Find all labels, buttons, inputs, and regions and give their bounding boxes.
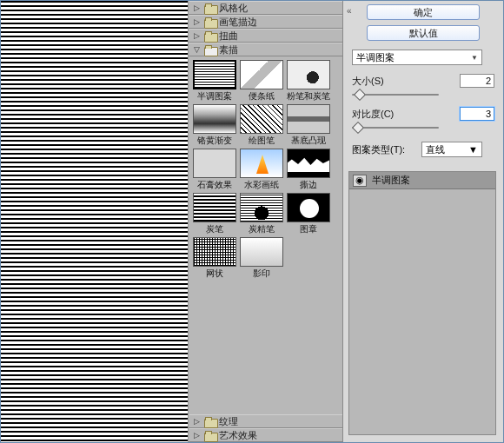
thumb-label: 图章 [300,223,317,235]
category-brush-strokes[interactable]: ▷ 画笔描边 [189,15,342,29]
thumb-preview [287,193,330,222]
folder-icon [204,431,216,440]
thumb-影印[interactable]: 影印 [239,237,284,280]
category-label: 艺术效果 [219,429,340,442]
slider-thumb[interactable] [354,89,366,101]
thumb-preview [287,60,330,89]
thumb-label: 水彩画纸 [244,179,279,191]
twist-icon: ▽ [191,45,202,54]
contrast-slider[interactable] [352,124,439,131]
thumb-便条纸[interactable]: 便条纸 [239,60,284,102]
thumb-label: 便条纸 [249,90,275,102]
thumb-label: 影印 [253,268,270,280]
category-sketch[interactable]: ▽ 素描 [189,43,342,56]
visibility-toggle[interactable]: ◉ [353,175,367,187]
thumb-炭笔[interactable]: 炭笔 [192,193,237,235]
thumb-石膏效果[interactable]: 石膏效果 [192,149,237,191]
twist-icon: ▷ [191,17,202,26]
size-slider[interactable] [352,91,439,98]
thumb-preview [240,237,283,267]
category-artistic[interactable]: ▷ 艺术效果 [189,428,342,442]
filter-gallery-window: ▷ 风格化 ▷ 画笔描边 ▷ 扭曲 ▽ 素描 半调图案便条纸粉笔和炭笔铬黄渐变绘… [0,0,504,443]
right-top: « 确定 默认值 [343,1,503,44]
thumb-preview [287,104,330,134]
twist-icon: ▷ [191,31,202,40]
chevron-down-icon: ▼ [468,144,478,155]
thumb-label: 粉笔和炭笔 [287,90,330,102]
thumb-label: 网状 [206,268,223,280]
preview-pane [1,1,189,442]
thumb-基底凸现[interactable]: 基底凸现 [286,104,331,147]
twist-icon: ▷ [191,3,202,12]
category-label: 扭曲 [219,30,340,43]
thumb-label: 石膏效果 [197,179,232,191]
thumb-preview [287,149,330,178]
pattern-type-value: 直线 [426,143,445,156]
category-label: 画笔描边 [219,16,340,29]
size-label: 大小(S) [352,75,401,88]
thumb-preview [193,149,236,178]
thumb-preview [240,104,283,134]
contrast-input[interactable]: 3 [460,107,494,121]
thumbnail-area: 半调图案便条纸粉笔和炭笔铬黄渐变绘图笔基底凸现石膏效果水彩画纸撕边炭笔炭精笔图章… [189,56,342,414]
folder-open-icon [204,45,216,55]
category-label: 风格化 [219,2,340,15]
folder-icon [204,17,216,27]
thumb-preview [240,193,283,222]
thumbnail-grid: 半调图案便条纸粉笔和炭笔铬黄渐变绘图笔基底凸现石膏效果水彩画纸撕边炭笔炭精笔图章… [189,56,342,283]
eye-icon: ◉ [355,175,364,186]
thumb-preview [240,149,283,178]
thumb-label: 绘图笔 [249,135,275,147]
category-stylize[interactable]: ▷ 风格化 [189,1,342,15]
twist-icon: ▷ [191,417,202,426]
thumb-撕边[interactable]: 撕边 [286,149,331,191]
filter-settings: 半调图案 ▼ 大小(S) 2 对比度(C) 3 图案类型(T): 直线 ▼ [343,44,503,166]
category-label: 素描 [219,43,340,56]
folder-icon [204,3,216,13]
thumb-label: 撕边 [300,179,317,191]
category-texture[interactable]: ▷ 纹理 [189,414,342,428]
thumb-粉笔和炭笔[interactable]: 粉笔和炭笔 [286,60,331,102]
folder-icon [204,31,216,41]
thumb-preview [193,60,236,89]
thumb-preview [193,104,236,134]
thumb-label: 半调图案 [197,90,232,102]
effect-layers-panel: ◉ 半调图案 [348,171,496,435]
thumb-铬黄渐变[interactable]: 铬黄渐变 [192,104,237,147]
contrast-label: 对比度(C) [352,108,401,121]
thumb-炭精笔[interactable]: 炭精笔 [239,193,284,235]
settings-pane: « 确定 默认值 半调图案 ▼ 大小(S) 2 对比度(C) 3 图案类型 [343,1,503,442]
folder-icon [204,417,216,426]
twist-icon: ▷ [191,431,202,440]
thumb-半调图案[interactable]: 半调图案 [192,60,237,102]
thumb-label: 炭笔 [206,223,223,235]
thumb-label: 铬黄渐变 [197,135,232,147]
category-label: 纹理 [219,415,340,428]
thumb-preview [240,60,283,89]
thumb-绘图笔[interactable]: 绘图笔 [239,104,284,147]
thumb-label: 炭精笔 [249,223,275,235]
thumb-网状[interactable]: 网状 [192,237,237,280]
filter-categories-pane: ▷ 风格化 ▷ 画笔描边 ▷ 扭曲 ▽ 素描 半调图案便条纸粉笔和炭笔铬黄渐变绘… [189,1,343,442]
category-distort[interactable]: ▷ 扭曲 [189,29,342,43]
ok-button[interactable]: 确定 [367,4,480,20]
thumb-图章[interactable]: 图章 [286,193,331,235]
slider-thumb[interactable] [352,122,364,134]
pattern-type-select[interactable]: 直线 ▼ [421,142,482,157]
filter-tree: ▷ 风格化 ▷ 画笔描边 ▷ 扭曲 ▽ 素描 [189,1,342,56]
size-input[interactable]: 2 [460,74,494,88]
filter-select-value: 半调图案 [356,51,395,64]
collapse-icon[interactable]: « [347,6,352,16]
effect-layer[interactable]: ◉ 半调图案 [349,172,495,189]
thumb-label: 基底凸现 [291,135,326,147]
thumb-preview [193,193,236,222]
default-button[interactable]: 默认值 [367,25,480,41]
layer-label: 半调图案 [372,174,410,187]
filter-tree-bottom: ▷ 纹理 ▷ 艺术效果 [189,414,342,442]
thumb-水彩画纸[interactable]: 水彩画纸 [239,149,284,191]
thumb-preview [193,237,236,267]
preview-image [1,1,188,442]
chevron-down-icon: ▼ [471,54,478,62]
pattern-type-label: 图案类型(T): [352,143,421,156]
filter-select[interactable]: 半调图案 ▼ [352,50,482,65]
